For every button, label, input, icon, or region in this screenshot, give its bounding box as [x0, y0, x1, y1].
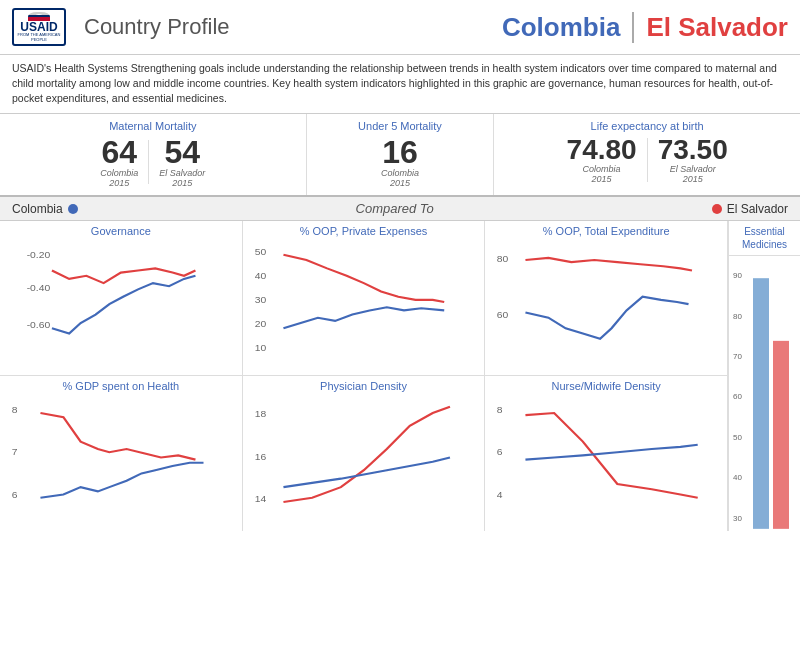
svg-text:-0.40: -0.40	[27, 283, 51, 293]
colombia-dot	[68, 204, 78, 214]
gdp-health-title: % GDP spent on Health	[6, 380, 236, 392]
chart-oop-total: % OOP, Total Expenditure 80 60	[485, 221, 728, 376]
elsalvador-name: El Salvador	[634, 12, 788, 43]
maternal-mortality-title: Maternal Mortality	[109, 120, 196, 132]
chart-nurse: Nurse/Midwife Density 8 6 4	[485, 376, 728, 531]
svg-text:16: 16	[254, 451, 266, 462]
svg-text:4: 4	[497, 489, 503, 500]
svg-text:70: 70	[733, 352, 742, 361]
svg-text:40: 40	[254, 271, 266, 281]
under5-colombia-label: Colombia2015	[381, 168, 419, 190]
under5-colombia-value: 16	[382, 136, 418, 168]
svg-text:30: 30	[254, 295, 266, 305]
elsalvador-legend-label: El Salvador	[727, 202, 788, 216]
svg-text:8: 8	[497, 405, 503, 416]
svg-text:6: 6	[497, 447, 503, 458]
chart-gdp-health: % GDP spent on Health 8 7 6	[0, 376, 243, 531]
usaid-logo: USAID FROM THE AMERICAN PEOPLE	[12, 8, 66, 46]
under5-title: Under 5 Mortality	[358, 120, 442, 132]
legend-colombia: Colombia	[12, 202, 78, 216]
life-elsalvador-value: 73.50	[658, 136, 728, 164]
svg-text:50: 50	[254, 246, 266, 256]
svg-text:90: 90	[733, 271, 742, 280]
life-expectancy-title: Life expectancy at birth	[591, 120, 704, 132]
svg-text:18: 18	[254, 409, 266, 420]
svg-rect-27	[773, 341, 789, 529]
nurse-title: Nurse/Midwife Density	[491, 380, 721, 392]
life-elsalvador-label: El Salvador2015	[670, 164, 716, 186]
stat-life-expectancy: Life expectancy at birth 74.80 Colombia2…	[494, 114, 800, 196]
svg-text:-0.20: -0.20	[27, 250, 51, 260]
svg-text:30: 30	[733, 514, 742, 523]
maternal-elsalvador-label: El Salvador2015	[159, 168, 205, 190]
svg-text:-0.60: -0.60	[27, 320, 51, 330]
stat-maternal-mortality: Maternal Mortality 64 Colombia2015 54 El…	[0, 114, 307, 196]
maternal-colombia-label: Colombia2015	[100, 168, 138, 190]
svg-text:60: 60	[497, 309, 509, 319]
svg-text:80: 80	[497, 254, 509, 264]
elsalvador-dot	[712, 204, 722, 214]
legend-elsalvador: El Salvador	[712, 202, 788, 216]
chart-governance: Governance -0.20 -0.40 -0.60	[0, 221, 243, 376]
stats-row: Maternal Mortality 64 Colombia2015 54 El…	[0, 114, 800, 198]
svg-text:40: 40	[733, 474, 742, 483]
colombia-name: Colombia	[502, 12, 634, 43]
governance-title: Governance	[6, 225, 236, 237]
charts-grid: Governance -0.20 -0.40 -0.60 % OOP, Priv…	[0, 221, 728, 531]
essential-medicines-title: EssentialMedicines	[729, 221, 800, 256]
svg-text:20: 20	[254, 319, 266, 329]
svg-text:10: 10	[254, 343, 266, 353]
country-names: Colombia El Salvador	[502, 12, 788, 43]
svg-text:7: 7	[12, 447, 18, 458]
stat-under5-mortality: Under 5 Mortality 16 Colombia2015	[307, 114, 495, 196]
svg-text:80: 80	[733, 312, 742, 321]
legend-row: Colombia Compared To El Salvador	[0, 197, 800, 221]
maternal-elsalvador-value: 54	[165, 136, 201, 168]
svg-text:50: 50	[733, 433, 742, 442]
colombia-legend-label: Colombia	[12, 202, 63, 216]
essential-medicines-panel: EssentialMedicines 90 80 70 60 50 40 30	[728, 221, 800, 531]
svg-rect-26	[753, 278, 769, 529]
physician-title: Physician Density	[249, 380, 479, 392]
essential-medicines-chart: 90 80 70 60 50 40 30	[729, 256, 800, 547]
description-text: USAID's Health Systems Strengthening goa…	[0, 55, 800, 114]
chart-physician: Physician Density 18 16 14	[243, 376, 486, 531]
header: USAID FROM THE AMERICAN PEOPLE Country P…	[0, 0, 800, 55]
life-colombia-value: 74.80	[567, 136, 637, 164]
life-colombia-label: Colombia2015	[583, 164, 621, 186]
svg-text:6: 6	[12, 489, 18, 500]
compared-to-label: Compared To	[78, 201, 712, 216]
maternal-colombia-value: 64	[102, 136, 138, 168]
oop-private-title: % OOP, Private Expenses	[249, 225, 479, 237]
charts-area: Governance -0.20 -0.40 -0.60 % OOP, Priv…	[0, 221, 800, 531]
oop-total-title: % OOP, Total Expenditure	[491, 225, 721, 237]
page-title: Country Profile	[84, 14, 502, 40]
svg-text:14: 14	[254, 494, 266, 505]
svg-text:60: 60	[733, 393, 742, 402]
usaid-sub: FROM THE AMERICAN PEOPLE	[16, 33, 62, 42]
chart-oop-private: % OOP, Private Expenses 50 40 30 20 10	[243, 221, 486, 376]
svg-text:8: 8	[12, 405, 18, 416]
